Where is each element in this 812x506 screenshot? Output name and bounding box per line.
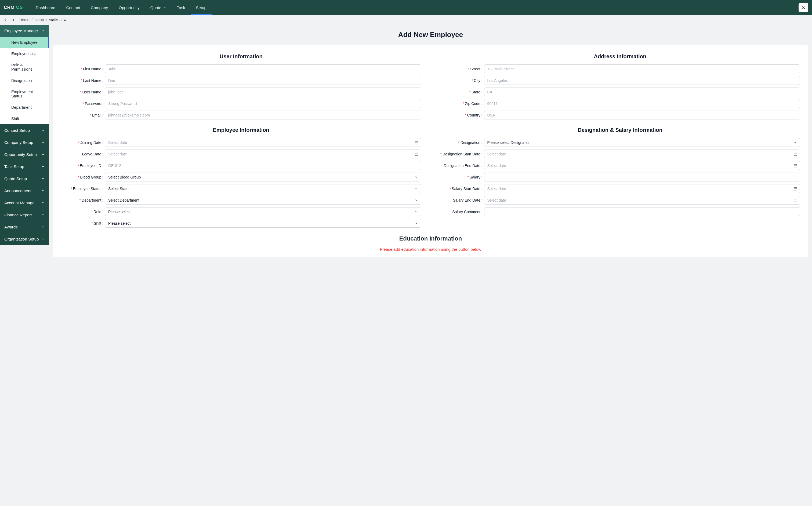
brand-text-a: CRM (4, 5, 14, 10)
sidebar-section-contact-setup[interactable]: Contact Setup (0, 124, 49, 136)
city-input[interactable] (484, 76, 801, 85)
breadcrumb-setup[interactable]: setup (34, 18, 44, 22)
employee-status-select[interactable]: Select Status (105, 184, 421, 193)
nav-quote[interactable]: Quote (145, 0, 172, 15)
salary-start-input[interactable] (484, 184, 801, 193)
sidebar-item-designation[interactable]: Designation (0, 75, 49, 86)
sidebar-section-employee-manage[interactable]: Employee Manage (0, 25, 49, 37)
sidebar-section-finance-report[interactable]: Finance Report (0, 209, 49, 221)
leave-date-input[interactable] (105, 150, 421, 158)
designation-salary-section: Designation & Salary Information *Design… (440, 127, 801, 230)
sidebar-section-opportunity-setup[interactable]: Opportunity Setup (0, 149, 49, 161)
sidebar-item-department[interactable]: Department (0, 102, 49, 113)
sidebar-section-quote-setup[interactable]: Quote Setup (0, 173, 49, 185)
label-salary-end: Salary End Date (440, 198, 484, 202)
label-email: *Email (61, 113, 105, 117)
forward-button[interactable] (11, 18, 15, 22)
address-information-section: Address Information *Street *City *State (440, 54, 801, 122)
employee-id-input[interactable] (105, 161, 421, 170)
chevron-down-icon (42, 237, 45, 241)
label-salary: *Salary (440, 175, 484, 179)
label-city: *City (440, 78, 484, 83)
chevron-down-icon (42, 213, 45, 217)
nav-task[interactable]: Task (172, 0, 191, 15)
sidebar-employee-manage-list: New Employee Employee List Role & Permis… (0, 37, 49, 124)
section-title-designation: Designation & Salary Information (440, 127, 801, 133)
sidebar-item-new-employee[interactable]: New Employee (0, 37, 49, 48)
user-icon (801, 5, 806, 10)
section-title-address: Address Information (440, 54, 801, 60)
salary-comment-input[interactable] (484, 207, 801, 216)
last-name-input[interactable] (105, 76, 421, 85)
sidebar-section-account-manage[interactable]: Account Manage (0, 197, 49, 209)
sidebar-section-awards[interactable]: Awards (0, 221, 49, 233)
nav-opportunity[interactable]: Opportunity (113, 0, 145, 15)
education-section-title: Education Information (61, 235, 800, 242)
user-information-section: User Information *First Name *Last Name … (61, 54, 421, 122)
sidebar-item-shift[interactable]: Shift (0, 113, 49, 124)
label-leave-date: Leave Date (61, 152, 105, 156)
sidebar: Employee Manage New Employee Employee Li… (0, 25, 49, 245)
brand-text-b: OS (16, 5, 23, 10)
sidebar-section-company-setup[interactable]: Company Setup (0, 136, 49, 149)
sidebar-section-task-setup[interactable]: Task Setup (0, 161, 49, 173)
user-menu-button[interactable] (799, 3, 808, 12)
shift-select[interactable]: Please select (105, 219, 421, 228)
zip-input[interactable] (484, 99, 801, 108)
sidebar-section-announcement[interactable]: Announcement (0, 185, 49, 197)
designation-start-input[interactable] (484, 150, 801, 158)
chevron-down-icon (415, 187, 418, 190)
label-last-name: *Last Name (61, 78, 105, 83)
label-designation: *Designation (440, 141, 484, 145)
sidebar-item-employment-status[interactable]: Employment Status (0, 86, 49, 102)
label-designation-end: Designation End Date (440, 163, 484, 168)
breadcrumb-home[interactable]: Home (19, 18, 29, 22)
nav-items: Dashboard Contact Company Opportunity Qu… (30, 0, 212, 15)
sidebar-item-role-permissions[interactable]: Role & Permissions (0, 59, 49, 75)
salary-input[interactable] (484, 173, 801, 181)
label-zip: *Zip Code (440, 101, 484, 106)
label-salary-comment: Salary Comment (440, 209, 484, 214)
back-button[interactable] (4, 18, 8, 22)
street-input[interactable] (484, 65, 801, 73)
email-input[interactable] (105, 110, 421, 119)
content: Add New Employee User Information *First… (49, 25, 812, 257)
chevron-down-icon (42, 201, 45, 204)
chevron-down-icon (42, 153, 45, 156)
top-nav: CRM OS Dashboard Contact Company Opportu… (0, 0, 812, 15)
label-street: *Street (440, 67, 484, 71)
label-first-name: *First Name (61, 67, 105, 71)
chevron-down-icon (415, 198, 418, 202)
chevron-up-icon (42, 29, 45, 32)
label-employee-status: *Employee Status (61, 186, 105, 191)
breadcrumb-sep: / (46, 18, 47, 22)
label-state: *State (440, 90, 484, 94)
page-title: Add New Employee (49, 25, 812, 46)
salary-end-input[interactable] (484, 196, 801, 204)
role-select[interactable]: Please select (105, 207, 421, 216)
section-title-user: User Information (61, 54, 421, 60)
label-joining-date: *Joining Date (61, 141, 105, 145)
state-input[interactable] (484, 87, 801, 96)
sidebar-item-employee-list[interactable]: Employee List (0, 48, 49, 59)
nav-company[interactable]: Company (85, 0, 113, 15)
label-country: *Country (440, 113, 484, 117)
nav-dashboard[interactable]: Dashboard (30, 0, 61, 15)
blood-group-select[interactable]: Select Blood Group (105, 173, 421, 181)
nav-setup[interactable]: Setup (191, 0, 212, 15)
nav-contact[interactable]: Contact (61, 0, 85, 15)
first-name-input[interactable] (105, 65, 421, 73)
brand[interactable]: CRM OS (4, 5, 23, 10)
joining-date-input[interactable] (105, 138, 421, 147)
svg-point-0 (803, 6, 804, 7)
sidebar-section-organization-setup[interactable]: Organization Setup (0, 233, 49, 245)
password-input[interactable] (105, 99, 421, 108)
breadcrumb-bar: Home / setup / staffs-new (0, 15, 812, 25)
designation-end-input[interactable] (484, 161, 801, 170)
breadcrumb-current: staffs-new (49, 18, 66, 22)
department-select[interactable]: Select Department (105, 196, 421, 204)
designation-select[interactable]: Please select Designation (484, 138, 801, 147)
user-name-input[interactable] (105, 87, 421, 96)
country-input[interactable] (484, 110, 801, 119)
chevron-down-icon (415, 210, 418, 214)
